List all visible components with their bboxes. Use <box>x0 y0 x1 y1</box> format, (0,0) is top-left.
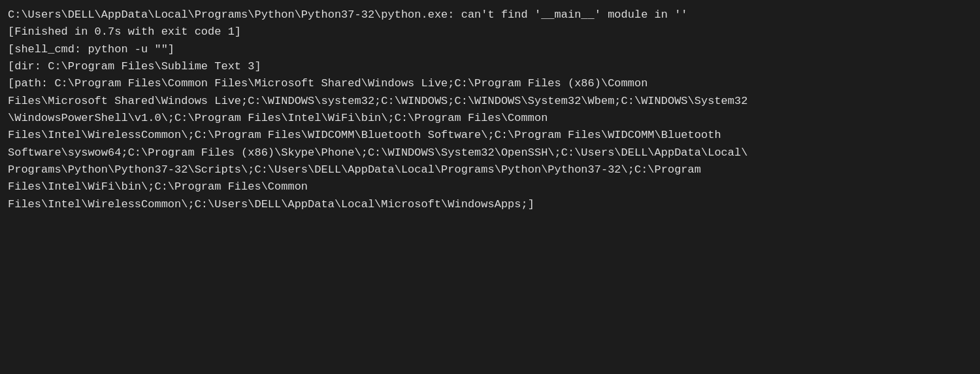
terminal-output: C:\Users\DELL\AppData\Local\Programs\Pyt… <box>0 0 980 374</box>
